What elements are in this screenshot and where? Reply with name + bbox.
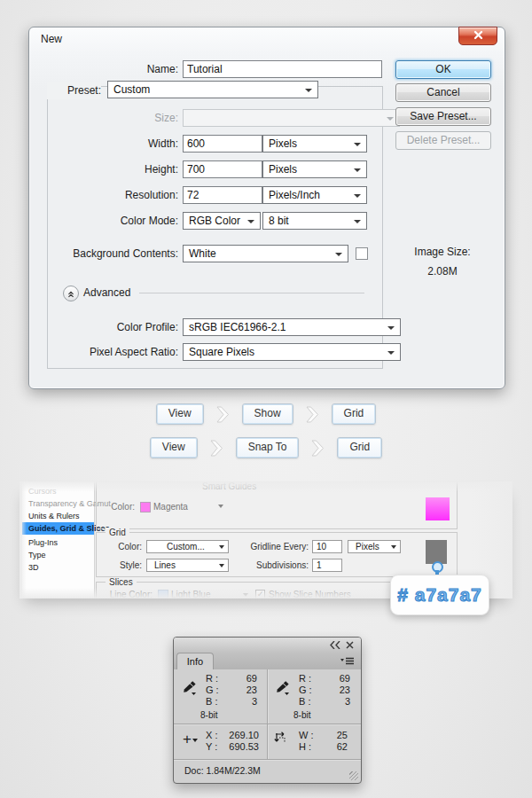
menu-step-grid[interactable]: Grid bbox=[332, 403, 377, 425]
close-panel-icon[interactable] bbox=[346, 641, 354, 649]
grid-group-title: Grid bbox=[106, 528, 129, 537]
chevron-separator-icon bbox=[210, 440, 223, 457]
preset-label: Preset: bbox=[47, 82, 101, 99]
show-slice-numbers-checkbox[interactable]: ✓ bbox=[255, 590, 265, 598]
document-size-status: Doc: 1.84M/22.3M bbox=[184, 765, 261, 776]
save-preset-button[interactable]: Save Preset... bbox=[395, 107, 491, 126]
preset-value: Custom bbox=[113, 83, 150, 96]
line-color-value[interactable]: Light Blue bbox=[171, 588, 210, 598]
g-label: G : bbox=[299, 685, 312, 695]
smart-guides-preview-swatch[interactable] bbox=[426, 497, 450, 520]
r-value: 69 bbox=[225, 673, 257, 684]
eyedropper-icon[interactable] bbox=[275, 680, 290, 695]
sidebar-item-guides-grid-slices[interactable]: Guides, Grid & Slices bbox=[22, 522, 94, 535]
color-profile-label: Color Profile: bbox=[47, 318, 178, 336]
color-mode-dropdown[interactable]: RGB Color bbox=[183, 212, 261, 230]
color-mode-value: RGB Color bbox=[189, 215, 240, 227]
grid-color-dropdown[interactable]: Custom... bbox=[146, 540, 229, 553]
new-document-dialog: New Name: Preset: Custom Size: Width: Pi… bbox=[28, 27, 505, 389]
cancel-button[interactable]: Cancel bbox=[395, 83, 491, 102]
show-slice-numbers-label: Show Slice Numbers bbox=[269, 588, 351, 598]
info-panel-header[interactable] bbox=[174, 638, 361, 653]
smart-guides-title: Smart Guides bbox=[202, 481, 256, 491]
w-label: W : bbox=[299, 730, 314, 740]
menu-step-grid[interactable]: Grid bbox=[337, 437, 382, 458]
chevron-down-icon bbox=[354, 168, 361, 172]
background-color-checkbox[interactable] bbox=[356, 247, 368, 260]
menu-step-show[interactable]: Show bbox=[242, 403, 293, 425]
chevron-separator-icon bbox=[216, 406, 230, 423]
menu-step-snap-to[interactable]: Snap To bbox=[236, 437, 300, 458]
image-size-label: Image Size: bbox=[395, 246, 489, 258]
image-size-value: 2.08M bbox=[395, 265, 489, 278]
height-unit-dropdown[interactable]: Pixels bbox=[262, 160, 367, 178]
resolution-unit-dropdown[interactable]: Pixels/Inch bbox=[262, 186, 367, 204]
grid-color-value: Custom... bbox=[154, 542, 205, 552]
b-label: B : bbox=[206, 696, 217, 707]
advanced-collapse-button[interactable] bbox=[63, 286, 79, 301]
color-profile-value: sRGB IEC61966-2.1 bbox=[189, 321, 286, 333]
chevron-down-icon bbox=[354, 143, 361, 146]
color-profile-dropdown[interactable]: sRGB IEC61966-2.1 bbox=[183, 318, 401, 336]
y-value: 690.53 bbox=[220, 741, 259, 752]
eyedropper-icon[interactable] bbox=[182, 680, 197, 695]
width-unit-dropdown[interactable]: Pixels bbox=[262, 135, 367, 153]
height-unit-value: Pixels bbox=[269, 163, 297, 176]
smart-guides-color-value[interactable]: Magenta bbox=[153, 500, 188, 513]
r-label: R : bbox=[206, 673, 218, 684]
gridline-unit-dropdown[interactable]: Pixels bbox=[348, 540, 401, 553]
x-value: 269.10 bbox=[220, 730, 259, 740]
ok-button[interactable]: OK bbox=[395, 60, 491, 79]
resolution-label: Resolution: bbox=[82, 186, 178, 204]
grid-style-label: Style: bbox=[82, 559, 142, 572]
menu-step-view[interactable]: View bbox=[150, 437, 198, 458]
collapse-panel-icon[interactable] bbox=[330, 641, 340, 649]
chevron-down-icon bbox=[243, 593, 248, 597]
chevron-separator-icon bbox=[311, 440, 325, 457]
pixel-aspect-dropdown[interactable]: Square Pixels bbox=[183, 343, 401, 361]
menu-path-snap-grid: View Snap To Grid bbox=[0, 437, 532, 458]
grid-style-dropdown[interactable]: Lines bbox=[146, 559, 229, 572]
name-input[interactable] bbox=[183, 60, 382, 78]
close-button[interactable] bbox=[458, 27, 497, 45]
smart-guides-color-swatch[interactable] bbox=[140, 502, 151, 512]
chevron-down-icon bbox=[354, 194, 361, 198]
close-icon bbox=[473, 30, 483, 40]
grid-preview-swatch[interactable] bbox=[426, 540, 447, 564]
color-mode-label: Color Mode: bbox=[82, 212, 178, 230]
color-depth-value: 8 bit bbox=[269, 215, 289, 227]
resize-grip[interactable] bbox=[349, 771, 358, 780]
menu-step-view[interactable]: View bbox=[156, 403, 204, 425]
cursor-coordinates-icon[interactable]: + bbox=[183, 732, 198, 747]
tab-info[interactable]: Info bbox=[176, 653, 214, 669]
color-depth-dropdown[interactable]: 8 bit bbox=[262, 212, 367, 230]
chevron-down-icon bbox=[387, 351, 395, 355]
g-label: G : bbox=[206, 685, 219, 695]
height-label: Height: bbox=[82, 160, 178, 178]
double-chevron-up-icon bbox=[66, 288, 76, 299]
chevron-separator-icon bbox=[306, 406, 319, 423]
h-value: 62 bbox=[316, 741, 348, 752]
panel-menu-icon[interactable] bbox=[340, 657, 355, 666]
preset-dropdown[interactable]: Custom bbox=[107, 81, 318, 98]
line-color-swatch[interactable] bbox=[158, 590, 168, 598]
sidebar-item-cursors[interactable]: Cursors bbox=[22, 485, 94, 497]
chevron-down-icon bbox=[387, 117, 394, 121]
chevron-down-icon bbox=[391, 545, 396, 549]
name-label: Name: bbox=[82, 60, 178, 78]
grid-color-label: Color: bbox=[82, 540, 142, 553]
b-value: 3 bbox=[318, 696, 350, 707]
subdivisions-label: Subdivisions: bbox=[220, 559, 309, 572]
width-input[interactable] bbox=[183, 135, 262, 153]
r-label: R : bbox=[299, 673, 311, 684]
height-input[interactable] bbox=[183, 160, 262, 178]
size-dropdown bbox=[183, 109, 400, 127]
background-contents-dropdown[interactable]: White bbox=[183, 245, 348, 262]
g-value: 23 bbox=[225, 685, 257, 695]
selection-size-icon bbox=[273, 731, 288, 746]
gridline-every-input[interactable] bbox=[312, 540, 342, 553]
bit-depth-label: 8-bit bbox=[293, 710, 310, 720]
subdivisions-input[interactable] bbox=[312, 559, 342, 572]
resolution-input[interactable] bbox=[183, 186, 262, 204]
chevron-down-icon bbox=[247, 220, 254, 223]
